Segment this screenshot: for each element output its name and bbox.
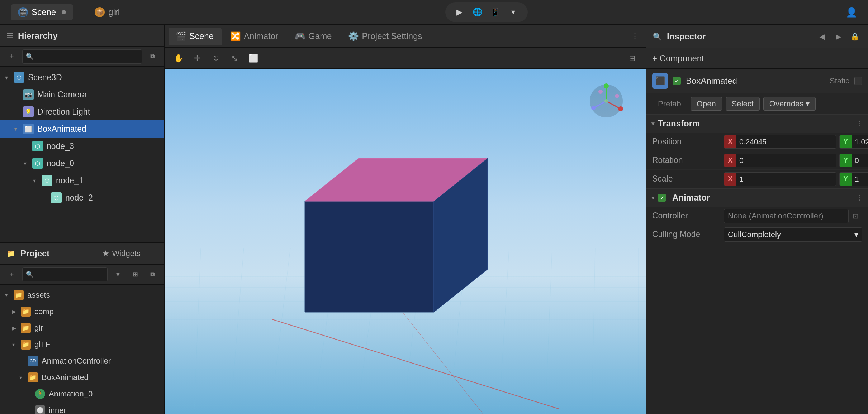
animator-enabled-check[interactable]: ✓ [658, 194, 666, 202]
culling-mode-chevron: ▾ [854, 230, 858, 239]
scale-row: Scale X Y Z [646, 170, 868, 188]
tree-item-box-animated[interactable]: ▾ ⬜ BoxAnimated [0, 120, 164, 138]
tab-game[interactable]: 🎮 Game [288, 28, 340, 45]
culling-mode-select[interactable]: CullCompletely ▾ [724, 227, 862, 242]
top-bar-tabs: 🎬 Scene 📦 girl [11, 4, 127, 20]
file-icon-animation0: 🏃 [35, 389, 45, 399]
rotation-x-field[interactable]: X [724, 154, 836, 167]
animator-section-header[interactable]: ▾ ✓ Animator ⋮ [646, 189, 868, 207]
file-icon-gltf: 📁 [21, 340, 31, 350]
tree-arrow-box: ▾ [14, 126, 23, 133]
file-item-animation0[interactable]: 🏃 Animation_0 [0, 386, 164, 402]
file-icon-box-animated-f: 📁 [28, 372, 38, 382]
inspector-lock-btn[interactable]: 🔒 [848, 30, 862, 43]
dropdown-button[interactable]: ▾ [506, 5, 521, 19]
viewport[interactable] [165, 69, 646, 414]
file-item-comp[interactable]: ▶ 📁 comp [0, 303, 164, 320]
tree-item-node1[interactable]: ▾ ⬡ node_1 [0, 172, 164, 189]
position-y-input[interactable] [852, 138, 868, 146]
rotate-tool[interactable]: ↻ [208, 50, 224, 66]
scale-x-input[interactable] [736, 175, 836, 183]
globe-button[interactable]: 🌐 [470, 5, 485, 19]
tree-icon-light: 💡 [23, 106, 34, 117]
position-x-input[interactable] [736, 138, 836, 146]
project-filter-btn[interactable]: ▼ [111, 268, 125, 281]
tree-item-node2[interactable]: ⬡ node_2 [0, 189, 164, 206]
file-label-inner: inner [49, 406, 66, 414]
tab-scene-center[interactable]: 🎬 Scene [169, 28, 222, 45]
project-toolbar: + 🔍 ▼ ⊞ ⧉ [0, 265, 164, 285]
widgets-tab[interactable]: ★ Widgets [102, 249, 141, 258]
file-item-box-animated-f[interactable]: ▾ 📁 BoxAnimated [0, 369, 164, 386]
add-component-button[interactable]: + Component [652, 53, 704, 63]
project-menu-btn[interactable]: ⋮ [144, 247, 158, 260]
hierarchy-search-input[interactable] [22, 49, 142, 64]
tabs-menu-button[interactable]: ⋮ [628, 29, 642, 43]
inspector-fwd-btn[interactable]: ▶ [831, 30, 845, 43]
hand-tool[interactable]: ✋ [171, 50, 186, 66]
top-bar: 🎬 Scene 📦 girl ▶ 🌐 📱 ▾ 👤 [0, 0, 868, 25]
transform-section: ▾ Transform ⋮ Position X Y [646, 115, 868, 189]
scale-x-field[interactable]: X [724, 172, 836, 186]
tab-project-settings[interactable]: ⚙️ Project Settings [341, 28, 430, 45]
controller-link-btn[interactable]: ⊡ [849, 209, 862, 223]
rotation-y-input[interactable] [852, 156, 868, 165]
position-y-field[interactable]: Y [839, 135, 868, 149]
rotation-y-field[interactable]: Y [839, 154, 868, 167]
scale-y-input[interactable] [852, 175, 868, 183]
right-panel: 🔍 Inspector ◀ ▶ 🔒 + Component ⬛ ✓ BoxAni… [646, 25, 868, 414]
transform-menu[interactable]: ⋮ [857, 120, 863, 127]
prefab-icon: ⬛ [652, 73, 668, 89]
file-item-inner[interactable]: ⚪ inner [0, 402, 164, 414]
tab-animator[interactable]: 🔀 Animator [223, 28, 286, 45]
user-icon[interactable]: 👤 [846, 7, 857, 18]
tree-item-main-camera[interactable]: 📷 Main Camera [0, 86, 164, 103]
move-tool[interactable]: ✛ [189, 50, 205, 66]
tree-item-scene3d[interactable]: ▾ ⬡ Scene3D [0, 69, 164, 86]
controller-label: Controller [652, 211, 724, 221]
prefab-bar: ⬛ ✓ BoxAnimated Static [646, 69, 868, 93]
file-item-anim-ctrl[interactable]: 3D AnimationController [0, 353, 164, 369]
file-icon-comp: 📁 [21, 307, 31, 317]
tool-separator [266, 53, 266, 64]
phone-button[interactable]: 📱 [488, 5, 503, 19]
static-checkbox[interactable] [854, 77, 862, 85]
scene-tab-label: Scene [32, 7, 56, 17]
tab-girl[interactable]: 📦 girl [87, 4, 127, 20]
select-button[interactable]: Select [726, 97, 760, 111]
rect-tool[interactable]: ⬜ [245, 50, 261, 66]
file-item-assets[interactable]: ▾ 📁 assets [0, 287, 164, 303]
play-button[interactable]: ▶ [452, 5, 467, 19]
project-search-input[interactable] [22, 267, 108, 281]
position-x-field[interactable]: X [724, 135, 836, 149]
viewport-options-btn[interactable]: ⊞ [624, 50, 640, 66]
tree-item-node3[interactable]: ⬡ node_3 [0, 138, 164, 155]
add-component-bar: + Component [646, 48, 868, 69]
file-icon-inner: ⚪ [35, 405, 45, 414]
scale-tool[interactable]: ⤡ [227, 50, 242, 66]
rotation-x-input[interactable] [736, 156, 836, 165]
hierarchy-copy-btn[interactable]: ⧉ [146, 50, 159, 63]
tree-item-direction-light[interactable]: 💡 Direction Light [0, 103, 164, 120]
hierarchy-tree: ▾ ⬡ Scene3D 📷 Main Camera 💡 Direction Li… [0, 67, 164, 242]
inspector-title: Inspector [667, 32, 706, 42]
svg-point-32 [615, 94, 619, 98]
scale-y-field[interactable]: Y [839, 172, 868, 186]
file-item-girl[interactable]: ▶ 📁 girl [0, 320, 164, 336]
tree-item-node0[interactable]: ▾ ⬡ node_0 [0, 155, 164, 172]
animator-menu[interactable]: ⋮ [857, 194, 863, 202]
tab-scene[interactable]: 🎬 Scene [11, 4, 73, 20]
prefab-enabled-checkbox[interactable]: ✓ [673, 77, 681, 85]
transform-title: Transform [658, 119, 700, 129]
tree-icon-node1: ⬡ [42, 175, 52, 186]
hierarchy-add-btn[interactable]: + [5, 50, 19, 63]
transform-section-header[interactable]: ▾ Transform ⋮ [646, 115, 868, 133]
project-copy-btn[interactable]: ⧉ [146, 268, 159, 281]
inspector-back-btn[interactable]: ◀ [815, 30, 829, 43]
overrides-button[interactable]: Overrides ▾ [763, 97, 816, 111]
open-button[interactable]: Open [691, 97, 722, 111]
hierarchy-menu-btn[interactable]: ⋮ [144, 29, 158, 43]
project-columns-btn[interactable]: ⊞ [128, 268, 142, 281]
file-item-gltf[interactable]: ▾ 📁 glTF [0, 336, 164, 353]
project-add-btn[interactable]: + [5, 268, 19, 281]
